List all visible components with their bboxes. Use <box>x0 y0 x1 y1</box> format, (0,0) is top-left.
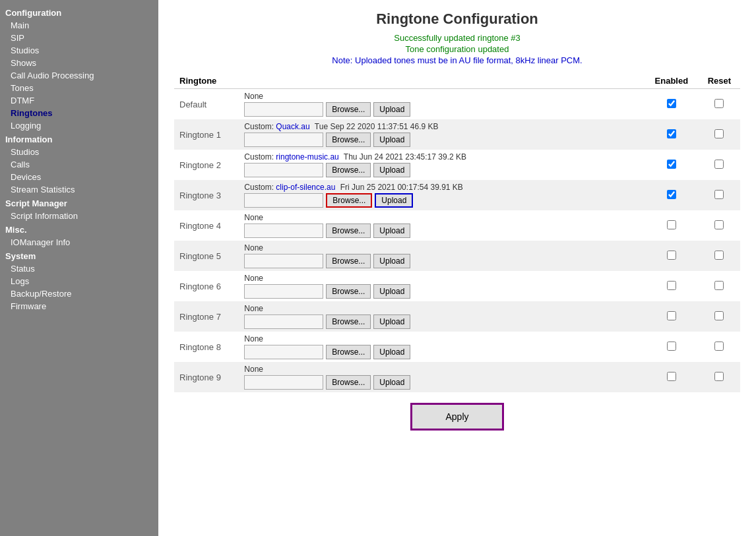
file-input-3[interactable] <box>244 193 323 208</box>
reset-checkbox-3[interactable] <box>714 190 724 199</box>
ringtone-file-link-2[interactable]: ringtone-music.au <box>276 152 338 162</box>
reset-checkbox-5[interactable] <box>714 251 724 260</box>
upload-button-3[interactable]: Upload <box>375 193 413 208</box>
enabled-checkbox-5[interactable] <box>667 251 676 260</box>
table-row: Ringtone 9NoneBrowse...Upload <box>174 362 740 392</box>
ringtone-info-5: NoneBrowse...Upload <box>239 241 645 271</box>
ringtone-label-3: Ringtone 3 <box>174 180 239 210</box>
file-input-1[interactable] <box>244 133 323 147</box>
enabled-cell-8 <box>645 332 699 362</box>
reset-cell-0 <box>699 89 740 120</box>
sidebar-item-script-information[interactable]: Script Information <box>0 210 158 222</box>
reset-checkbox-8[interactable] <box>714 342 724 351</box>
reset-checkbox-6[interactable] <box>714 281 724 290</box>
upload-button-2[interactable]: Upload <box>373 163 410 177</box>
enabled-checkbox-6[interactable] <box>667 281 676 290</box>
enabled-checkbox-7[interactable] <box>667 311 676 320</box>
table-row: Ringtone 2Custom: ringtone-music.au Thu … <box>174 150 740 180</box>
enabled-checkbox-2[interactable] <box>667 160 676 169</box>
enabled-checkbox-1[interactable] <box>667 129 676 138</box>
enabled-cell-7 <box>645 301 699 332</box>
sidebar-section-misc.: Misc. <box>0 222 158 236</box>
file-input-0[interactable] <box>244 102 323 117</box>
file-input-6[interactable] <box>244 284 323 299</box>
file-input-5[interactable] <box>244 254 323 268</box>
upload-button-1[interactable]: Upload <box>373 133 410 147</box>
browse-button-7[interactable]: Browse... <box>326 314 371 329</box>
sidebar-item-sip[interactable]: SIP <box>0 32 158 44</box>
ringtone-label-5: Ringtone 5 <box>174 241 239 271</box>
ringtone-file-link-3[interactable]: clip-of-silence.au <box>276 183 335 192</box>
table-row: Ringtone 1Custom: Quack.au Tue Sep 22 20… <box>174 119 740 150</box>
ringtone-info-2: Custom: ringtone-music.au Thu Jun 24 202… <box>239 150 645 180</box>
upload-button-5[interactable]: Upload <box>373 254 410 268</box>
sidebar-item-firmware[interactable]: Firmware <box>0 300 158 313</box>
ringtone-label-8: Ringtone 8 <box>174 332 239 362</box>
reset-cell-4 <box>699 210 740 241</box>
sidebar-item-devices[interactable]: Devices <box>0 171 158 183</box>
browse-button-4[interactable]: Browse... <box>326 223 371 238</box>
ringtone-file-link-1[interactable]: Quack.au <box>276 122 309 131</box>
file-input-2[interactable] <box>244 163 323 177</box>
reset-cell-9 <box>699 362 740 392</box>
upload-button-9[interactable]: Upload <box>373 375 410 390</box>
enabled-checkbox-9[interactable] <box>667 372 676 381</box>
sidebar-item-studios[interactable]: Studios <box>0 146 158 158</box>
sidebar-item-studios[interactable]: Studios <box>0 44 158 57</box>
browse-button-1[interactable]: Browse... <box>326 133 371 147</box>
file-input-9[interactable] <box>244 375 323 390</box>
ringtone-label-9: Ringtone 9 <box>174 362 239 392</box>
sidebar-item-dtmf[interactable]: DTMF <box>0 94 158 107</box>
enabled-checkbox-4[interactable] <box>667 220 676 229</box>
browse-button-9[interactable]: Browse... <box>326 375 371 390</box>
upload-button-8[interactable]: Upload <box>373 345 410 359</box>
reset-checkbox-9[interactable] <box>714 372 724 381</box>
note-message: Note: Uploaded tones must be in AU file … <box>174 55 740 65</box>
upload-button-4[interactable]: Upload <box>373 223 410 238</box>
ringtone-info-7: NoneBrowse...Upload <box>239 301 645 332</box>
browse-button-5[interactable]: Browse... <box>326 254 371 268</box>
sidebar-item-call-audio-processing[interactable]: Call Audio Processing <box>0 69 158 82</box>
enabled-checkbox-0[interactable] <box>667 99 676 108</box>
sidebar-item-ringtones[interactable]: Ringtones <box>0 107 158 119</box>
sidebar-item-shows[interactable]: Shows <box>0 57 158 69</box>
reset-checkbox-0[interactable] <box>714 99 724 108</box>
file-input-7[interactable] <box>244 314 323 329</box>
reset-checkbox-1[interactable] <box>714 129 724 138</box>
enabled-cell-9 <box>645 362 699 392</box>
browse-button-2[interactable]: Browse... <box>326 163 371 177</box>
upload-button-6[interactable]: Upload <box>373 284 410 299</box>
enabled-cell-1 <box>645 119 699 150</box>
page-title: Ringtone Configuration <box>174 11 740 28</box>
sidebar-item-tones[interactable]: Tones <box>0 82 158 94</box>
sidebar-item-stream-statistics[interactable]: Stream Statistics <box>0 183 158 196</box>
upload-button-7[interactable]: Upload <box>373 314 410 329</box>
sidebar-item-calls[interactable]: Calls <box>0 158 158 171</box>
reset-checkbox-2[interactable] <box>714 160 724 169</box>
browse-button-6[interactable]: Browse... <box>326 284 371 299</box>
ringtone-label-2: Ringtone 2 <box>174 150 239 180</box>
table-row: Ringtone 4NoneBrowse...Upload <box>174 210 740 241</box>
ringtone-info-3: Custom: clip-of-silence.au Fri Jun 25 20… <box>239 180 645 210</box>
apply-button[interactable]: Apply <box>410 403 503 431</box>
ringtone-info-6: NoneBrowse...Upload <box>239 271 645 301</box>
file-input-4[interactable] <box>244 223 323 238</box>
browse-button-3[interactable]: Browse... <box>326 193 372 208</box>
enabled-checkbox-3[interactable] <box>667 190 676 199</box>
reset-cell-1 <box>699 119 740 150</box>
reset-checkbox-7[interactable] <box>714 311 724 320</box>
sidebar-item-logs[interactable]: Logs <box>0 275 158 287</box>
sidebar-item-logging[interactable]: Logging <box>0 119 158 132</box>
sidebar-item-iomanager-info[interactable]: IOManager Info <box>0 236 158 249</box>
sidebar-item-main[interactable]: Main <box>0 19 158 32</box>
enabled-checkbox-8[interactable] <box>667 342 676 351</box>
browse-button-8[interactable]: Browse... <box>326 345 371 359</box>
browse-button-0[interactable]: Browse... <box>326 102 371 117</box>
upload-button-0[interactable]: Upload <box>373 102 410 117</box>
sidebar-item-backup/restore[interactable]: Backup/Restore <box>0 287 158 300</box>
file-input-8[interactable] <box>244 345 323 359</box>
sidebar: ConfigurationMainSIPStudiosShowsCall Aud… <box>0 0 158 536</box>
sidebar-item-status[interactable]: Status <box>0 262 158 275</box>
ringtone-table: Ringtone Enabled Reset DefaultNoneBrowse… <box>174 73 740 392</box>
reset-checkbox-4[interactable] <box>714 220 724 229</box>
